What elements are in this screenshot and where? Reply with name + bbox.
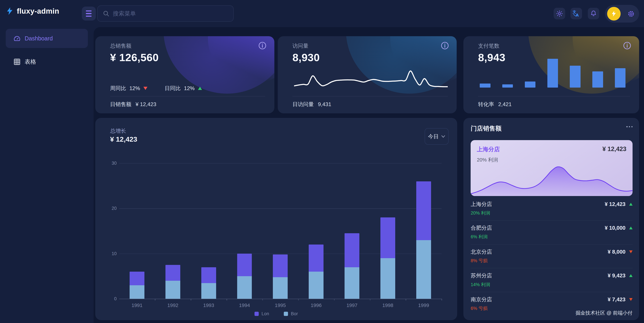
x-axis-tick — [370, 299, 370, 300]
x-axis-tick — [406, 299, 406, 300]
store-value: ¥ 10,000 — [604, 225, 625, 231]
x-axis-label: 1992 — [167, 302, 178, 308]
store-profit: 8% 亏损 — [471, 258, 488, 264]
gear-icon[interactable] — [627, 10, 635, 18]
bar-segment-lon — [201, 267, 216, 283]
store-value: ¥ 7,423 — [608, 296, 626, 303]
divider — [292, 96, 448, 97]
stacked-bar[interactable] — [344, 233, 359, 299]
trend-down-icon — [629, 298, 632, 301]
stacked-bar[interactable] — [237, 254, 252, 299]
sidebar-item-dashboard[interactable]: Dashboard — [6, 29, 88, 48]
store-row[interactable]: 苏州分店¥ 9,42314% 利润 — [471, 268, 632, 292]
legend-item[interactable]: Lon — [254, 311, 269, 316]
featured-store-value: ¥ 12,423 — [602, 146, 626, 153]
trend-up-icon — [629, 274, 632, 277]
card-title: 支付笔数 — [478, 42, 500, 50]
bar-segment-bor — [273, 277, 288, 299]
mini-bar — [502, 84, 513, 88]
language-switch-button[interactable]: 文 A — [570, 8, 582, 19]
stacked-bar[interactable] — [273, 254, 288, 299]
y-axis-label: 10 — [104, 251, 117, 256]
stacked-bar[interactable] — [201, 267, 216, 299]
stacked-bar[interactable] — [416, 181, 431, 299]
store-row[interactable]: 北京分店¥ 8,0008% 亏损 — [471, 244, 632, 268]
user-menu[interactable] — [605, 5, 639, 23]
sidebar-item-label: Dashboard — [24, 35, 53, 42]
stacked-bar[interactable] — [130, 272, 144, 299]
trend-weekly: 周同比 12% — [110, 85, 148, 92]
info-icon[interactable] — [440, 41, 450, 50]
bar-segment-lon — [344, 233, 359, 267]
bar-segment-lon — [130, 272, 144, 285]
x-axis-tick — [155, 299, 155, 300]
mini-bar — [570, 66, 580, 88]
x-axis-tick — [334, 299, 334, 300]
y-axis-label: 30 — [104, 160, 117, 166]
topbar: fluxy-admin — [0, 0, 644, 27]
store-name: 上海分店 — [471, 201, 492, 208]
x-axis-label: 1998 — [382, 302, 393, 308]
x-axis-label: 1995 — [275, 302, 286, 308]
x-axis-label: 1997 — [346, 302, 358, 308]
stacked-bar[interactable] — [166, 265, 180, 299]
x-axis-label: 1996 — [311, 302, 322, 308]
main-content: 总销售额 ¥ 126,560 周同比 12% 日同比 12% — [94, 27, 644, 323]
ellipsis-menu-icon[interactable] — [626, 124, 633, 130]
search-input[interactable] — [113, 10, 228, 17]
growth-label: 总增长 — [110, 127, 126, 135]
chart-legend: LonBor — [95, 311, 457, 316]
y-axis-label: 0 — [104, 296, 117, 301]
store-value: ¥ 12,423 — [604, 201, 625, 207]
footer-label: 日销售额 — [110, 101, 132, 108]
notifications-button[interactable] — [588, 8, 599, 19]
app-root: fluxy-admin — [0, 0, 644, 323]
search-box[interactable] — [97, 6, 234, 22]
bar-segment-bor — [344, 267, 359, 299]
x-axis-tick — [191, 299, 191, 300]
bell-icon — [590, 10, 597, 17]
footer-label: 日访问量 — [292, 101, 314, 108]
legend-label: Bor — [291, 311, 298, 316]
store-list: 上海分店¥ 12,42320% 利润合肥分店¥ 10,0006% 利润北京分店¥… — [471, 197, 632, 316]
store-row[interactable]: 上海分店¥ 12,42320% 利润 — [471, 197, 632, 221]
panel-title: 门店销售额 — [471, 124, 502, 133]
bar-segment-lon — [309, 244, 324, 272]
mini-bar — [548, 59, 558, 88]
date-range-dropdown[interactable]: 今日 — [425, 128, 448, 145]
info-icon[interactable] — [258, 41, 267, 50]
bar-segment-lon — [380, 217, 395, 258]
divider — [110, 96, 265, 97]
footer-value: 9,431 — [318, 101, 331, 107]
store-row[interactable]: 合肥分店¥ 10,0006% 利润 — [471, 221, 632, 244]
legend-item[interactable]: Bor — [284, 311, 298, 316]
sidebar-toggle-button[interactable] — [82, 7, 96, 21]
brand-lightning-icon — [6, 7, 14, 16]
bar-segment-bor — [237, 276, 252, 299]
mini-bar — [525, 82, 536, 88]
stat-card-total-sales: 总销售额 ¥ 126,560 周同比 12% 日同比 12% — [95, 36, 274, 114]
search-icon — [103, 10, 110, 17]
bar-segment-bor — [309, 272, 324, 299]
footer-value: 2,421 — [498, 101, 512, 107]
trend-label: 周同比 — [110, 85, 126, 92]
legend-swatch — [254, 312, 258, 316]
gridline — [119, 208, 442, 209]
info-icon[interactable] — [622, 41, 632, 50]
footer-credit: 掘金技术社区 @ 前端小付 — [576, 310, 632, 316]
x-axis-tick — [262, 299, 263, 300]
stat-value: 8,930 — [292, 51, 320, 64]
featured-store-card[interactable]: 上海分店 ¥ 12,423 20% 利润 — [471, 140, 632, 196]
bar-segment-lon — [273, 254, 288, 277]
stacked-bar[interactable] — [309, 244, 324, 299]
sidebar-item-table[interactable]: 表格 — [6, 52, 88, 72]
bar-segment-bor — [416, 240, 431, 299]
sidebar-item-label: 表格 — [24, 58, 36, 66]
user-avatar[interactable] — [607, 7, 621, 21]
trend-daily: 日同比 12% — [164, 85, 202, 92]
visits-sparkline-chart — [294, 65, 448, 89]
brand: fluxy-admin — [6, 7, 59, 16]
theme-toggle-button[interactable] — [554, 8, 565, 19]
card-footer: 日销售额 ¥ 12,423 — [110, 101, 156, 108]
stacked-bar[interactable] — [380, 217, 395, 299]
